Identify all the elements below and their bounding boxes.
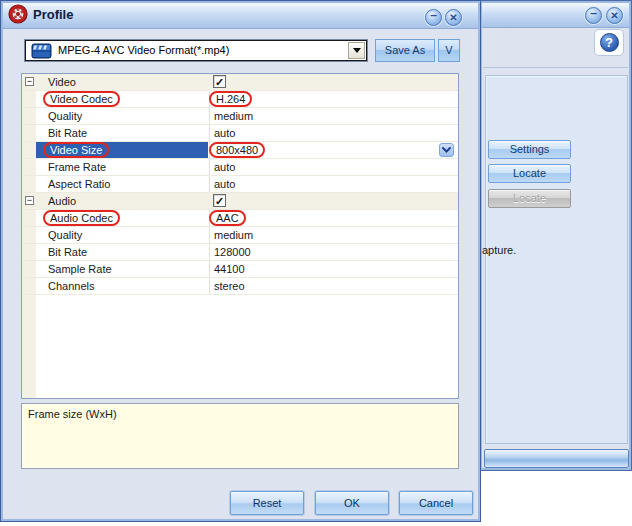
property-row-audio-quality[interactable]: Quality medium xyxy=(22,227,458,244)
chevron-down-icon xyxy=(442,147,451,154)
ok-button[interactable]: OK xyxy=(315,491,389,515)
help-icon: ? xyxy=(600,33,619,52)
audio-codec-label: Audio Codec xyxy=(43,210,120,226)
truncated-caption: apture. xyxy=(482,244,516,256)
description-box: Frame size (WxH) xyxy=(21,403,459,469)
category-row-audio[interactable]: − Audio ✓ xyxy=(22,193,458,210)
property-row-audio-codec[interactable]: Audio Codec AAC xyxy=(22,210,458,227)
locate-button[interactable]: Locate xyxy=(488,164,571,183)
video-codec-value: H.264 xyxy=(209,91,252,107)
property-label: Quality xyxy=(36,227,208,243)
dropdown-arrow-icon xyxy=(353,48,361,53)
video-size-label: Video Size xyxy=(43,142,109,158)
property-label: Frame Rate xyxy=(36,159,208,175)
dialog-minimize-button[interactable]: – xyxy=(425,9,442,26)
property-label: Bit Rate xyxy=(36,244,208,260)
format-select[interactable]: MPEG-4 AVC Video Format(*.mp4) xyxy=(25,40,367,61)
property-row-video-quality[interactable]: Quality medium xyxy=(22,108,458,125)
property-value: medium xyxy=(209,227,458,243)
audio-codec-value: AAC xyxy=(209,210,246,226)
bg-close-button[interactable]: ✕ xyxy=(606,7,623,24)
category-label: Audio xyxy=(36,193,208,209)
property-row-frame-rate[interactable]: Frame Rate auto xyxy=(22,159,458,176)
property-value: auto xyxy=(209,125,458,141)
property-value: stereo xyxy=(209,278,458,294)
dialog-title: Profile xyxy=(33,7,73,22)
property-row-video-bitrate[interactable]: Bit Rate auto xyxy=(22,125,458,142)
category-label: Video xyxy=(36,74,208,90)
help-button[interactable]: ? xyxy=(594,29,624,56)
video-format-icon xyxy=(31,43,53,59)
dialog-titlebar xyxy=(3,3,478,29)
property-row-sample-rate[interactable]: Sample Rate 44100 xyxy=(22,261,458,278)
save-as-button[interactable]: Save As xyxy=(375,39,435,62)
profile-dialog: Profile – ✕ MPEG-4 AVC Video Format(*.mp… xyxy=(0,0,481,522)
minimize-icon: – xyxy=(586,8,601,19)
bg-minimize-button[interactable]: – xyxy=(585,7,602,24)
close-icon: ✕ xyxy=(446,10,461,25)
combo-dropdown-button[interactable] xyxy=(348,42,365,59)
property-grid: − Video ✓ Video Codec H.264 Quality medi… xyxy=(21,73,459,399)
cancel-button[interactable]: Cancel xyxy=(399,491,473,515)
screen: – ✕ ? Settings Locate Locate apture. xyxy=(0,0,632,526)
settings-button[interactable]: Settings xyxy=(488,140,571,159)
property-label: Channels xyxy=(36,278,208,294)
property-value: 44100 xyxy=(209,261,458,277)
audio-enabled-checkbox[interactable]: ✓ xyxy=(213,194,226,207)
property-row-video-size[interactable]: Video Size 800x480 xyxy=(22,142,458,159)
bg-content-panel xyxy=(485,75,628,444)
property-row-audio-bitrate[interactable]: Bit Rate 128000 xyxy=(22,244,458,261)
property-row-channels[interactable]: Channels stereo xyxy=(22,278,458,295)
property-label: Quality xyxy=(36,108,208,124)
video-enabled-checkbox[interactable]: ✓ xyxy=(213,75,226,88)
divider xyxy=(483,67,628,68)
property-value: medium xyxy=(209,108,458,124)
property-row-aspect-ratio[interactable]: Aspect Ratio auto xyxy=(22,176,458,193)
collapse-icon[interactable]: − xyxy=(25,196,34,205)
format-selected-value: MPEG-4 AVC Video Format(*.mp4) xyxy=(58,44,229,56)
close-icon: ✕ xyxy=(607,8,622,23)
video-codec-label: Video Codec xyxy=(43,91,120,107)
dialog-close-button[interactable]: ✕ xyxy=(445,9,462,26)
background-window: – ✕ ? Settings Locate Locate apture. xyxy=(479,0,632,471)
collapse-icon[interactable]: − xyxy=(25,77,34,86)
video-size-dropdown-button[interactable] xyxy=(439,143,454,157)
reset-button[interactable]: Reset xyxy=(230,491,304,515)
property-value: auto xyxy=(209,176,458,192)
minimize-icon: – xyxy=(426,10,441,21)
locate-button-disabled: Locate xyxy=(488,189,571,208)
property-row-video-codec[interactable]: Video Codec H.264 xyxy=(22,91,458,108)
property-label: Sample Rate xyxy=(36,261,208,277)
v-button[interactable]: V xyxy=(438,39,460,62)
video-size-value: 800x480 xyxy=(209,142,265,158)
property-label: Aspect Ratio xyxy=(36,176,208,192)
bg-bottom-bar[interactable] xyxy=(484,449,629,468)
property-value: auto xyxy=(209,159,458,175)
property-value: 128000 xyxy=(209,244,458,260)
profile-app-icon xyxy=(8,4,28,24)
category-row-video[interactable]: − Video ✓ xyxy=(22,74,458,91)
property-label: Bit Rate xyxy=(36,125,208,141)
